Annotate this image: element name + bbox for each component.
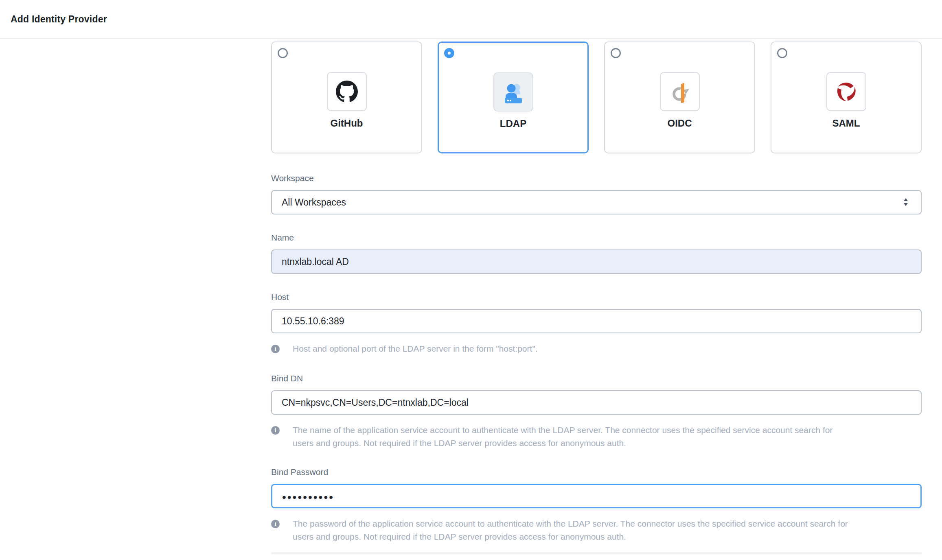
provider-card-oidc[interactable]: OIDC: [604, 42, 755, 153]
bind-password-help-line-1: The password of the application service …: [293, 517, 848, 530]
host-field: Host i Host and optional port of the LDA…: [271, 292, 922, 355]
info-icon: i: [271, 345, 280, 353]
bind-dn-input[interactable]: [271, 390, 922, 415]
github-radio[interactable]: [278, 48, 288, 58]
name-input[interactable]: [271, 249, 922, 274]
bind-dn-label: Bind DN: [271, 373, 922, 384]
bind-dn-help-line-2: users and groups. Not required if the LD…: [293, 437, 832, 450]
form-content: GitHub: [271, 42, 922, 554]
provider-label-github: GitHub: [331, 118, 363, 129]
page-title: Add Identity Provider: [11, 14, 107, 25]
page-header: Add Identity Provider: [0, 0, 942, 39]
bind-password-input[interactable]: [271, 484, 922, 508]
oidc-logo-tile: [660, 72, 700, 111]
host-help: i Host and optional port of the LDAP ser…: [271, 342, 922, 355]
oidc-radio[interactable]: [611, 48, 621, 58]
name-field: Name: [271, 232, 922, 274]
select-caret-icon: [903, 197, 909, 207]
name-label: Name: [271, 232, 922, 243]
add-identity-provider-page: Add Identity Provider GitHub: [0, 0, 942, 560]
bind-password-help-line-2: users and groups. Not required if the LD…: [293, 530, 848, 543]
bind-dn-help-text: The name of the application service acco…: [293, 424, 832, 450]
provider-card-row: GitHub: [271, 42, 922, 153]
ldap-icon: [502, 81, 525, 103]
ldap-logo-tile: [493, 72, 533, 112]
saml-icon: [835, 80, 858, 103]
host-help-text: Host and optional port of the LDAP serve…: [293, 342, 538, 355]
workspace-field: Workspace All Workspaces: [271, 173, 922, 214]
ldap-radio[interactable]: [444, 48, 454, 58]
host-input[interactable]: [271, 309, 922, 333]
info-icon: i: [271, 426, 280, 435]
saml-logo-tile: [826, 72, 866, 111]
provider-label-oidc: OIDC: [668, 118, 692, 129]
section-divider: [271, 552, 922, 554]
saml-radio[interactable]: [777, 48, 787, 58]
bind-password-label: Bind Password: [271, 467, 922, 477]
github-logo-tile: [327, 72, 367, 111]
bind-dn-field: Bind DN i The name of the application se…: [271, 373, 922, 450]
bind-password-field: Bind Password i The password of the appl…: [271, 467, 922, 543]
info-icon: i: [271, 520, 280, 528]
bind-dn-help: i The name of the application service ac…: [271, 424, 922, 450]
workspace-selected-value: All Workspaces: [282, 197, 346, 208]
bind-password-help: i The password of the application servic…: [271, 517, 922, 543]
provider-label-ldap: LDAP: [500, 118, 526, 129]
provider-card-github[interactable]: GitHub: [271, 42, 422, 153]
host-label: Host: [271, 292, 922, 302]
provider-label-saml: SAML: [832, 118, 860, 129]
bind-password-help-text: The password of the application service …: [293, 517, 848, 543]
provider-card-ldap[interactable]: LDAP: [438, 42, 589, 153]
provider-card-saml[interactable]: SAML: [771, 42, 922, 153]
bind-dn-help-line-1: The name of the application service acco…: [293, 424, 832, 437]
github-icon: [336, 81, 358, 103]
workspace-select[interactable]: All Workspaces: [271, 190, 922, 214]
workspace-label: Workspace: [271, 173, 922, 184]
oidc-icon: [668, 80, 691, 103]
